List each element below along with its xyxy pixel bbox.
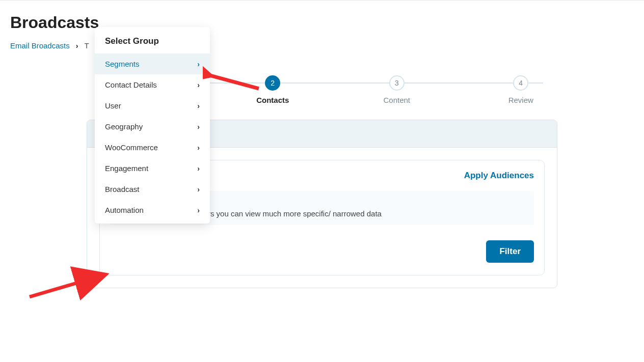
dropdown-item-label: Automation (105, 206, 144, 214)
chevron-right-icon: › (197, 185, 200, 193)
step-label: Contacts (211, 96, 335, 104)
dropdown-item-label: Geography (105, 122, 143, 131)
breadcrumb-root[interactable]: Email Broadcasts (10, 41, 70, 50)
chevron-right-icon: › (197, 60, 200, 68)
step-label: Content (335, 96, 459, 104)
chevron-right-icon: › (197, 144, 200, 152)
dropdown-item-label: Engagement (105, 164, 148, 173)
dropdown-item-segments[interactable]: Segments › (95, 53, 210, 74)
chevron-right-icon: › (197, 164, 200, 173)
dropdown-item-engagement[interactable]: Engagement › (95, 158, 210, 179)
chevron-right-icon: › (197, 206, 200, 214)
step-4[interactable]: 4 Review (459, 75, 583, 104)
step-circle: 3 (389, 75, 405, 91)
dropdown-item-label: Broadcast (105, 185, 140, 193)
chevron-right-icon: › (76, 42, 78, 50)
step-3[interactable]: 3 Content (335, 75, 459, 104)
dropdown-item-automation[interactable]: Automation › (95, 200, 210, 220)
dropdown-item-broadcast[interactable]: Broadcast › (95, 179, 210, 200)
dropdown-item-user[interactable]: User › (95, 95, 210, 116)
dropdown-item-label: User (105, 101, 121, 110)
chevron-right-icon: › (197, 102, 200, 110)
dropdown-item-geography[interactable]: Geography › (95, 116, 210, 137)
chevron-right-icon: › (197, 81, 200, 89)
filter-button[interactable]: Filter (486, 240, 534, 263)
apply-audiences-link[interactable]: Apply Audiences (464, 171, 534, 181)
dropdown-item-woocommerce[interactable]: WooCommerce › (95, 137, 210, 158)
step-2[interactable]: 2 Contacts (211, 75, 335, 104)
step-circle: 4 (513, 75, 528, 91)
dropdown-item-label: Contact Details (105, 80, 157, 89)
select-group-dropdown: Select Group Segments › Contact Details … (95, 27, 210, 224)
dropdown-item-contact-details[interactable]: Contact Details › (95, 74, 210, 95)
step-label: Review (459, 96, 583, 104)
breadcrumb-current: T (84, 41, 89, 50)
chevron-right-icon: › (197, 123, 200, 131)
dropdown-header: Select Group (95, 27, 210, 53)
dropdown-item-label: WooCommerce (105, 143, 158, 152)
step-circle: 2 (265, 75, 280, 91)
dropdown-item-label: Segments (105, 60, 140, 68)
